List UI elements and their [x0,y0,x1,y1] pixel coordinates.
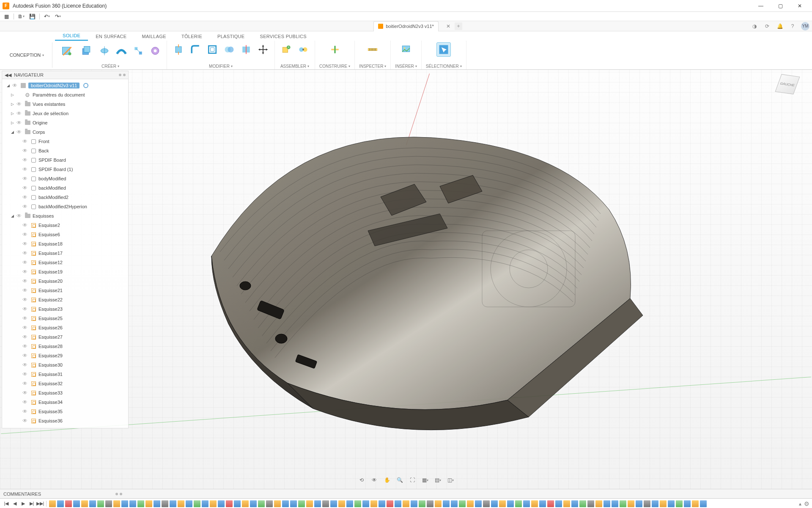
timeline-feature[interactable] [499,500,506,507]
timeline-feature[interactable] [403,500,409,507]
expand-triangle-icon[interactable]: ▷ [10,102,14,106]
timeline-feature[interactable] [274,500,281,507]
timeline-feature[interactable] [73,500,80,507]
visibility-eye-icon[interactable]: 👁 [16,110,22,116]
timeline-feature[interactable] [370,500,377,507]
visibility-eye-icon[interactable]: 👁 [22,250,28,256]
timeline-feature[interactable] [97,500,104,507]
timeline-feature[interactable] [258,500,265,507]
extrude-tool[interactable] [78,42,95,59]
visibility-eye-icon[interactable]: 👁 [22,157,28,163]
tree-folder-esquisses[interactable]: ◢👁Esquisses [2,211,128,221]
display-style-button[interactable]: ▦▾ [420,475,430,485]
tree-sketch-esquisse21[interactable]: 👁Esquisse21 [2,286,128,295]
tree-item-origine[interactable]: ▷👁Origine [2,118,128,127]
timeline-start-button[interactable]: |◀ [3,500,10,508]
tree-sketch-esquisse29[interactable]: 👁Esquisse29 [2,351,128,360]
timeline-feature[interactable] [579,500,586,507]
viewcube[interactable]: GAUCHE [778,75,804,100]
timeline-feature[interactable] [628,500,634,507]
orbit-button[interactable]: ⟲ [357,475,366,485]
timeline-feature[interactable] [612,500,618,507]
timeline-feature[interactable] [113,500,120,507]
timeline-feature[interactable] [89,500,96,507]
workspace-switcher[interactable]: CONCEPTION▾ [2,42,52,68]
loft-tool[interactable] [131,44,145,58]
timeline-feature[interactable] [459,500,466,507]
measure-tool[interactable] [365,42,380,57]
timeline-feature[interactable] [547,500,554,507]
timeline-feature[interactable] [507,500,514,507]
tree-sketch-esquisse35[interactable]: 👁Esquisse35 [2,407,128,416]
visibility-eye-icon[interactable]: 👁 [16,120,22,126]
visibility-eye-icon[interactable]: 👁 [22,334,28,340]
minimize-button[interactable]: — [751,0,771,12]
document-tab[interactable]: boitierOdroidN2v3 v11* [373,21,439,31]
timeline-feature[interactable] [234,500,241,507]
tree-sketch-esquisse20[interactable]: 👁Esquisse20 [2,276,128,286]
timeline-feature[interactable] [65,500,72,507]
visibility-eye-icon[interactable]: 👁 [22,390,28,396]
data-panel-button[interactable]: ▦ [2,12,11,21]
timeline-end-button[interactable]: ▶▶| [36,500,44,508]
visibility-eye-icon[interactable]: 👁 [22,232,28,237]
tree-item-jeux-de-sélection[interactable]: ▷👁Jeux de sélection [2,109,128,118]
timeline-feature[interactable] [346,500,353,507]
tree-sketch-esquisse31[interactable]: 👁Esquisse31 [2,370,128,379]
timeline-feature[interactable] [170,500,176,507]
activate-radio-icon[interactable] [83,83,88,88]
timeline-feature[interactable] [290,500,297,507]
visibility-eye-icon[interactable]: 👁 [22,353,28,359]
timeline-feature[interactable] [387,500,393,507]
timeline-feature[interactable] [338,500,345,507]
ribbon-tab-surface[interactable]: EN SURFACE [88,32,134,41]
tree-body-backmodified[interactable]: 👁backModified [2,183,128,193]
timeline-feature[interactable] [660,500,667,507]
joint-tool[interactable] [296,42,310,57]
visibility-eye-icon[interactable]: 👁 [22,362,28,368]
undo-button[interactable]: ↶▾ [42,12,52,21]
timeline-feature[interactable] [210,500,217,507]
maximize-button[interactable]: ▢ [771,0,790,12]
tree-sketch-esquisse27[interactable]: 👁Esquisse27 [2,332,128,342]
comments-bar[interactable]: COMMENTAIRES [0,489,812,498]
browser-header[interactable]: ◀◀ NAVIGATEUR [2,71,129,79]
timeline-feature[interactable] [451,500,458,507]
timeline-feature[interactable] [475,500,482,507]
group-label-modifier[interactable]: MODIFIER▾ [209,64,233,69]
timeline-feature[interactable] [57,500,64,507]
visibility-eye-icon[interactable]: 👁 [22,185,28,191]
timeline-feature[interactable] [379,500,385,507]
timeline-feature[interactable] [684,500,691,507]
help-icon[interactable]: ? [788,22,797,30]
timeline-feature[interactable] [644,500,650,507]
timeline-feature[interactable] [354,500,361,507]
browser-collapse-icon[interactable]: ◀◀ [5,72,11,78]
grid-button[interactable]: ▤▾ [433,475,442,485]
timeline-feature[interactable] [322,500,329,507]
tree-sketch-esquisse2[interactable]: 👁Esquisse2 [2,221,128,230]
visibility-eye-icon[interactable]: 👁 [22,204,28,210]
timeline-feature[interactable] [226,500,233,507]
timeline-feature[interactable] [162,500,168,507]
tree-root[interactable]: ◢👁boitierOdroidN2v3 v11 [2,81,128,90]
timeline-feature[interactable] [555,500,562,507]
visibility-eye-icon[interactable]: 👁 [16,213,22,219]
tree-folder-corps[interactable]: ◢👁Corps [2,127,128,137]
timeline-feature[interactable] [330,500,337,507]
expand-triangle-icon[interactable]: ▷ [10,93,14,97]
tree-sketch-esquisse26[interactable]: 👁Esquisse26 [2,323,128,332]
ribbon-tab-maillage[interactable]: MAILLAGE [134,32,173,41]
visibility-eye-icon[interactable]: 👁 [22,241,28,247]
visibility-eye-icon[interactable]: 👁 [22,371,28,377]
save-button[interactable]: 💾 [27,12,37,21]
timeline-feature[interactable] [202,500,208,507]
timeline-feature[interactable] [692,500,699,507]
notifications-icon[interactable]: 🔔 [776,22,784,30]
timeline-feature[interactable] [145,500,152,507]
select-tool[interactable] [436,42,451,57]
tree-sketch-esquisse28[interactable]: 👁Esquisse28 [2,342,128,351]
timeline-feature[interactable] [604,500,610,507]
expand-triangle-icon[interactable]: ▷ [10,111,14,116]
tree-body-backmodified2hyperion[interactable]: 👁backModified2Hyperion [2,202,128,211]
